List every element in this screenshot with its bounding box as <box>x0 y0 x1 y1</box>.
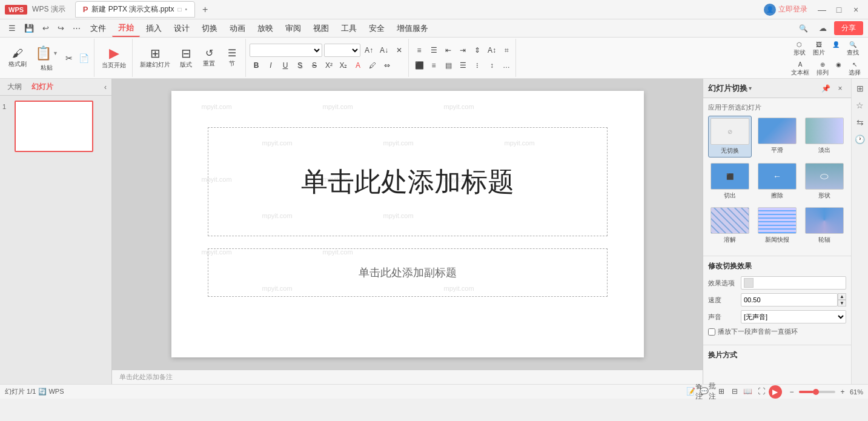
distribute-btn[interactable]: ⫶ <box>471 59 484 72</box>
tab-close-btn[interactable]: □ <box>177 6 181 13</box>
transition-cut[interactable]: ⬛ 切出 <box>708 161 752 202</box>
font-increase-btn[interactable]: A↑ <box>362 44 376 57</box>
slideshow-status-btn[interactable]: ▶ <box>769 385 782 399</box>
new-slide-btn[interactable]: ⊞ 新建幻灯片 <box>136 45 174 71</box>
person-btn[interactable]: 👤 <box>830 40 842 58</box>
menu-design[interactable]: 设计 <box>168 21 196 36</box>
document-tab[interactable]: P 新建 PPTX 演示文稿.pptx □ • <box>75 1 195 18</box>
slide-thumbnail[interactable] <box>15 101 93 152</box>
line-spacing-btn[interactable]: ↕ <box>485 59 499 72</box>
save-btn[interactable]: 💾 <box>21 22 38 35</box>
slides-tab[interactable]: 幻灯片 <box>29 81 56 93</box>
menu-animate[interactable]: 动画 <box>224 21 251 36</box>
align-right-btn[interactable]: ▤ <box>442 59 455 72</box>
start-slideshow-btn[interactable]: ▶ 当页开始 <box>98 44 130 72</box>
shape-btn[interactable]: ⬡ 形状 <box>791 40 808 58</box>
numbering-btn[interactable]: ☰ <box>427 44 440 57</box>
layout-btn[interactable]: ⊟ 版式 <box>175 45 197 71</box>
format-brush-btn[interactable]: 🖌 格式刷 <box>5 45 30 71</box>
minimize-btn[interactable]: — <box>815 2 829 17</box>
transition-none[interactable]: ⊘ 无切换 <box>708 116 752 157</box>
font-color-btn[interactable]: A <box>351 59 365 72</box>
arrange-btn[interactable]: ⊕ 排列 <box>814 60 831 78</box>
menu-view[interactable]: 视图 <box>307 21 335 36</box>
effect-box[interactable] <box>741 276 846 290</box>
underline-btn[interactable]: U <box>279 59 292 72</box>
zoom-slider-thumb[interactable] <box>813 389 819 395</box>
grid-view-btn[interactable]: ⊟ <box>729 385 741 397</box>
paste-btn[interactable]: 📋 ▼ <box>31 44 62 62</box>
more-btn[interactable]: ⋯ <box>69 22 84 35</box>
speed-down-btn[interactable]: ▼ <box>838 300 846 307</box>
highlight-btn[interactable]: 🖊 <box>366 59 379 72</box>
align-center-btn[interactable]: ≡ <box>427 59 440 72</box>
sidebar-copy-icon[interactable]: ⊞ <box>853 81 867 96</box>
maximize-btn[interactable]: □ <box>832 2 846 17</box>
speed-input[interactable] <box>741 293 838 307</box>
transition-wipe[interactable]: ← 擦除 <box>755 161 799 202</box>
panel-pin-btn[interactable]: 📌 <box>820 82 832 94</box>
note-btn[interactable]: 📝 备注 <box>689 385 701 397</box>
user-login-area[interactable]: 👤 立即登录 <box>764 4 807 16</box>
char-spacing-btn[interactable]: ⇔ <box>380 59 394 72</box>
transition-fade[interactable]: 淡出 <box>803 116 846 157</box>
menu-file[interactable]: 文件 <box>84 21 112 36</box>
search-btn[interactable]: 🔍 <box>795 22 812 35</box>
panel-toggle-btn[interactable]: ‹ <box>104 83 107 91</box>
superscript-btn[interactable]: X² <box>322 59 336 72</box>
wps-label[interactable]: 🔄 WPS <box>38 388 64 396</box>
menu-review[interactable]: 审阅 <box>279 21 307 36</box>
textbox-btn[interactable]: A 文本框 <box>789 60 812 78</box>
clear-format-btn[interactable]: ✕ <box>393 44 406 57</box>
outdent-btn[interactable]: ⇤ <box>442 44 455 57</box>
share-btn[interactable]: 分享 <box>834 21 863 35</box>
copy-btn[interactable]: 📄 <box>76 52 91 64</box>
color-select-btn[interactable]: ◉ <box>833 60 844 78</box>
slide-canvas-wrapper[interactable]: mpyit.com mpyit.com mpyit.com mpyit.com … <box>112 79 703 370</box>
menu-toggle-btn[interactable]: ☰ <box>5 22 19 35</box>
tab-pin-btn[interactable]: • <box>185 6 187 13</box>
loop-checkbox[interactable] <box>708 328 715 336</box>
sidebar-link-icon[interactable]: ⇆ <box>853 115 867 130</box>
reset-btn[interactable]: ↺ 重置 <box>198 46 220 70</box>
redo-btn[interactable]: ↪ <box>54 22 68 35</box>
menu-tools[interactable]: 工具 <box>335 21 363 36</box>
align-left-btn[interactable]: ⬛ <box>412 59 426 72</box>
new-tab-btn[interactable]: + <box>202 4 208 15</box>
bold-btn[interactable]: B <box>250 59 263 72</box>
slide-list-item[interactable]: 1 <box>2 101 109 152</box>
close-btn[interactable]: × <box>849 2 863 17</box>
transition-shape[interactable]: ⬭ 形状 <box>803 161 846 202</box>
transition-news[interactable]: 新闻快报 <box>755 205 799 246</box>
shadow-btn[interactable]: S <box>293 59 306 72</box>
slide-note-bar[interactable]: 单击此处添加备注 <box>112 370 703 384</box>
subscript-btn[interactable]: X₂ <box>337 59 350 72</box>
justify-btn[interactable]: ☰ <box>456 59 469 72</box>
slide-canvas[interactable]: mpyit.com mpyit.com mpyit.com mpyit.com … <box>171 91 644 357</box>
undo-btn[interactable]: ↩ <box>39 22 53 35</box>
cloud-btn[interactable]: ☁ <box>815 22 830 35</box>
text-dir-btn[interactable]: A↕ <box>485 44 499 57</box>
more-para-btn[interactable]: … <box>500 59 513 72</box>
speed-up-btn[interactable]: ▲ <box>838 293 846 300</box>
cut-btn[interactable]: ✂ <box>63 52 75 64</box>
section-btn[interactable]: ☰ 节 <box>221 46 243 70</box>
paste-dropdown-arrow[interactable]: ▼ <box>53 50 58 56</box>
menu-switch[interactable]: 切换 <box>196 21 224 36</box>
col-spacing-btn[interactable]: ⇕ <box>471 44 484 57</box>
picture-btn[interactable]: 🖼 图片 <box>810 40 827 58</box>
menu-insert[interactable]: 插入 <box>140 21 168 36</box>
bullets-btn[interactable]: ≡ <box>412 44 426 57</box>
sidebar-star-icon[interactable]: ☆ <box>853 98 867 113</box>
outline-tab[interactable]: 大纲 <box>5 81 24 93</box>
font-family-select[interactable] <box>250 44 322 57</box>
menu-value-services[interactable]: 增值服务 <box>391 21 434 36</box>
transition-dissolve[interactable]: 溶解 <box>708 205 752 246</box>
zoom-out-btn[interactable]: − <box>787 387 797 397</box>
find-btn[interactable]: 🔍 查找 <box>844 40 861 58</box>
transition-smooth[interactable]: 平滑 <box>755 116 799 157</box>
zoom-level[interactable]: 61% <box>850 388 863 396</box>
menu-show[interactable]: 放映 <box>251 21 279 36</box>
strikethrough-btn[interactable]: S <box>308 59 321 72</box>
normal-view-btn[interactable]: ⊞ <box>715 385 727 397</box>
